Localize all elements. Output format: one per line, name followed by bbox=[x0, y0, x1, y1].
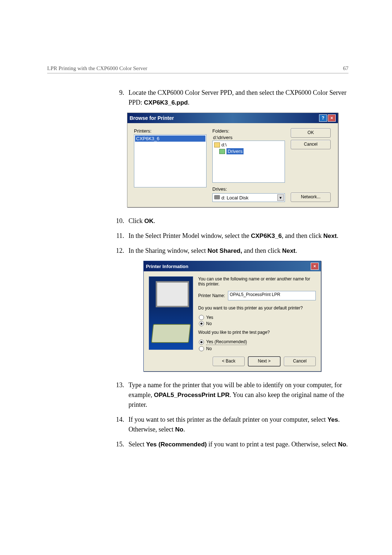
test-page-question: Would you like to print the test page? bbox=[198, 330, 316, 335]
tree-item-drivers[interactable]: Drivers bbox=[219, 148, 284, 155]
page-header: LPR Printing with the CXP6000 Color Serv… bbox=[47, 65, 348, 73]
step-text: Locate the CXP6000 Color Server PPD, and… bbox=[128, 88, 348, 108]
radio-default-no[interactable]: No bbox=[199, 321, 316, 326]
header-page-number: 67 bbox=[343, 65, 348, 72]
radio-default-yes[interactable]: Yes bbox=[199, 315, 316, 320]
radio-icon bbox=[199, 315, 204, 320]
step-number: 15. bbox=[113, 439, 124, 449]
help-icon[interactable]: ? bbox=[319, 114, 327, 122]
step-number: 12. bbox=[113, 246, 124, 256]
intro-text: You can use the following name or enter … bbox=[198, 276, 316, 287]
close-icon[interactable]: × bbox=[311, 263, 319, 270]
drives-dropdown[interactable]: d: Local Disk ▼ bbox=[212, 193, 285, 202]
header-left: LPR Printing with the CXP6000 Color Serv… bbox=[47, 65, 147, 72]
radio-testpage-no[interactable]: No bbox=[199, 346, 316, 351]
step-15: 15. Select Yes (Recommended) if you want… bbox=[113, 439, 348, 449]
back-button[interactable]: < Back bbox=[213, 357, 245, 366]
step-text: If you want to set this printer as the d… bbox=[128, 415, 348, 434]
step-14: 14. If you want to set this printer as t… bbox=[113, 415, 348, 434]
chevron-down-icon[interactable]: ▼ bbox=[277, 194, 284, 201]
step-text: Click OK. bbox=[128, 216, 348, 226]
printers-listbox[interactable]: CXP6K3_6 bbox=[134, 134, 207, 187]
default-printer-question: Do you want to use this printer as your … bbox=[198, 305, 316, 311]
printers-label: Printers: bbox=[134, 128, 207, 134]
radio-icon bbox=[199, 346, 204, 351]
step-text: Type a name for the printer that you wil… bbox=[128, 380, 348, 410]
printer-name-input[interactable]: OPAL5_ProcessPrint LPR bbox=[228, 291, 316, 300]
radio-icon bbox=[199, 321, 204, 326]
step-number: 14. bbox=[113, 415, 124, 434]
drives-label: Drives: bbox=[212, 186, 285, 192]
step-9: 9. Locate the CXP6000 Color Server PPD, … bbox=[113, 88, 348, 108]
printer-name-label: Printer Name: bbox=[198, 293, 225, 298]
drive-icon bbox=[214, 195, 220, 199]
cancel-button[interactable]: Cancel bbox=[284, 357, 316, 366]
dialog-title: Printer Information bbox=[146, 264, 188, 269]
step-number: 13. bbox=[113, 380, 124, 410]
cancel-button[interactable]: Cancel bbox=[291, 140, 331, 149]
folders-label: Folders: bbox=[212, 128, 285, 134]
radio-testpage-yes[interactable]: Yes (Recommended) bbox=[199, 339, 316, 345]
printer-information-dialog: Printer Information × You can use the fo… bbox=[143, 261, 321, 372]
step-13: 13. Type a name for the printer that you… bbox=[113, 380, 348, 410]
wizard-illustration bbox=[149, 276, 193, 350]
ok-button[interactable]: OK bbox=[291, 128, 331, 138]
dialog-title: Browse for Printer bbox=[130, 115, 174, 121]
step-number: 11. bbox=[113, 231, 124, 241]
folders-listbox[interactable]: d:\ Drivers bbox=[212, 141, 285, 183]
dialog-title-bar[interactable]: Printer Information × bbox=[144, 261, 321, 271]
folder-open-icon bbox=[219, 149, 225, 154]
step-12: 12. In the Sharing window, select Not Sh… bbox=[113, 246, 348, 256]
step-text: Select Yes (Recommended) if you want to … bbox=[128, 439, 348, 449]
step-number: 9. bbox=[113, 88, 124, 108]
folder-icon bbox=[214, 142, 220, 147]
network-button[interactable]: Network... bbox=[291, 193, 331, 202]
step-text: In the Sharing window, select Not Shared… bbox=[128, 246, 348, 256]
step-11: 11. In the Select Printer Model window, … bbox=[113, 231, 348, 241]
dialog-title-bar[interactable]: Browse for Printer ? × bbox=[127, 113, 338, 123]
radio-icon bbox=[199, 340, 204, 345]
browse-for-printer-dialog: Browse for Printer ? × Printers: CXP6K3_… bbox=[127, 113, 338, 207]
step-number: 10. bbox=[113, 216, 124, 226]
step-10: 10. Click OK. bbox=[113, 216, 348, 226]
folder-path: d:\drivers bbox=[212, 134, 285, 141]
next-button[interactable]: Next > bbox=[248, 357, 280, 366]
close-icon[interactable]: × bbox=[328, 114, 336, 122]
tree-item-root[interactable]: d:\ bbox=[213, 142, 284, 148]
step-text: In the Select Printer Model window, sele… bbox=[128, 231, 348, 241]
printer-item[interactable]: CXP6K3_6 bbox=[135, 135, 205, 142]
